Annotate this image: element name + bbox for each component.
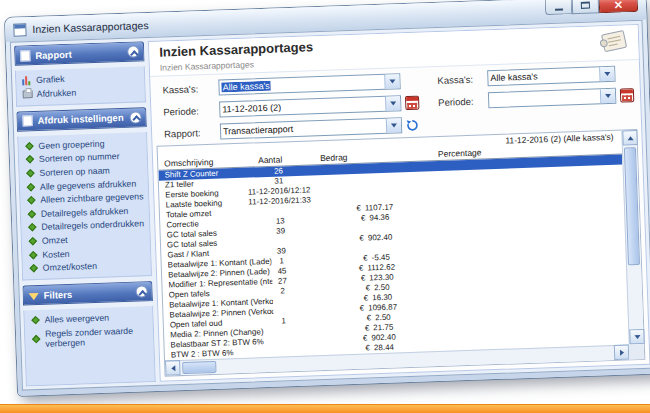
collapse-chevron-icon[interactable] [135,286,147,298]
calendar-icon[interactable] [405,96,419,110]
refresh-icon[interactable] [406,118,419,131]
sidebar-item[interactable]: Geen groepering [24,137,143,151]
minimize-button[interactable] [545,0,573,15]
amount: 123.30 [369,273,394,283]
report-scroll-icon [596,27,631,60]
option-icon [27,183,35,191]
printer-icon [23,90,33,98]
sidebar-item[interactable]: Alles weergeven [30,311,149,325]
arrow-down-icon [634,335,640,339]
rapport-combobox[interactable]: Transactierapport [220,117,402,139]
chevron-down-icon [390,101,396,105]
sidebar-item[interactable]: Alleen zichtbare gegevens [26,191,145,205]
amount: 2.50 [375,313,391,323]
sidebar-item[interactable]: Alle gegevens afdrukken [26,178,145,192]
kassas-right-value: Alle kassa's [488,69,599,83]
scroll-down-button[interactable] [629,329,645,345]
kassas-right-combobox[interactable]: Alle kassa's [487,66,615,86]
bottom-accent-bar [0,404,650,413]
scrollbar-corner [629,344,645,360]
chevron-down-icon [604,72,610,76]
collapse-chevron-icon[interactable] [127,45,139,57]
currency-symbol: € [363,334,368,343]
option-icon [29,251,37,259]
page-title: Inzien Kassarapportages [159,39,313,59]
section-title: Filters [44,286,136,300]
sidebar-section-rapport-header[interactable]: Rapport [14,41,145,66]
periode-right-label: Periode: [438,96,474,108]
sidebar-item-label: Alles weergeven [44,313,109,325]
horizontal-scroll-thumb[interactable] [182,361,216,374]
chevron-down-icon [605,94,611,98]
sidebar-item[interactable]: Detailregels afdrukken [27,205,146,219]
sidebar-item-label: Alle gegevens afdrukken [40,178,137,191]
sidebar-item[interactable]: Grafiek [22,71,141,85]
periode-left-value: 11-12-2016 (2) [220,99,385,115]
collapse-chevron-icon[interactable] [129,111,141,123]
sidebar-item[interactable]: Omzet [28,232,147,246]
sidebar-item[interactable]: Afdrukken [22,85,141,99]
option-icon [26,155,34,163]
amount: 28.44 [374,343,394,353]
amount: 1096.87 [368,302,397,312]
rapport-value: Transactierapport [221,121,386,137]
scroll-right-button[interactable] [614,344,630,360]
calendar-icon[interactable] [620,88,634,102]
sidebar-item[interactable]: Kosten [28,246,147,260]
dropdown-button[interactable] [385,96,400,111]
dropdown-button[interactable] [384,74,399,89]
periode-right-combobox[interactable] [488,88,616,108]
close-button[interactable]: × [599,0,639,13]
kassas-right-label: Kassa's: [437,74,473,86]
report-content: 11-12-2016 (2) (Alle kassa's) Omschrijvi… [158,131,629,361]
chevron-down-icon [389,79,395,83]
sidebar-item[interactable]: Sorteren op naam [25,164,144,178]
sidebar-section-filters-header[interactable]: Filters [22,281,153,306]
periode-right-value [489,96,600,100]
minimize-icon [554,8,562,10]
kassas-left-combobox[interactable]: Alle kassa's [218,73,400,95]
maximize-button[interactable] [572,0,600,14]
rapport-label: Rapport: [164,127,201,139]
scroll-up-button[interactable] [622,130,638,146]
currency-symbol: € [367,313,372,322]
sidebar-item[interactable]: Sorteren op nummer [25,151,144,165]
amount: 1107.17 [365,203,394,213]
dropdown-button[interactable] [599,67,614,82]
sidebar: Rapport Grafiek Afdrukken [14,41,156,386]
vertical-scroll-thumb[interactable] [624,147,640,265]
option-icon [30,264,38,272]
app-window: Inzien Kassarapportages × Rapport Grafie… [5,0,650,396]
maximize-icon [581,2,590,9]
chart-icon [22,75,32,85]
periode-left-combobox[interactable]: 11-12-2016 (2) [219,95,401,117]
sidebar-item[interactable]: Detailregels onderdrukken [27,219,146,233]
option-icon [25,142,33,150]
periode-left-label: Periode: [163,105,199,117]
sidebar-item-label: Sorteren op naam [39,165,110,178]
option-icon [31,316,39,324]
main-panel: Inzien Kassarapportages Inzien Kassarapp… [148,24,650,382]
sidebar-item[interactable]: Regels zonder waarde verbergen [31,325,151,349]
currency-symbol: € [365,323,370,332]
currency-symbol: € [361,214,366,223]
dropdown-button[interactable] [600,89,615,104]
filter-funnel-icon [29,293,39,300]
window-controls: × [545,0,639,15]
amount: -5.45 [372,253,391,263]
amount: 902.40 [371,333,396,343]
sidebar-section-instellingen-header[interactable]: Afdruk instellingen [16,107,147,132]
scroll-left-button[interactable] [165,360,181,376]
sidebar-item-label: Omzet/kosten [43,261,98,273]
amount: 902.40 [368,233,393,243]
currency-symbol: € [364,293,369,302]
app-icon [13,23,26,36]
currency-symbol: € [365,283,370,292]
window-title: Inzien Kassarapportages [32,19,149,35]
dropdown-button[interactable] [386,118,401,133]
sidebar-item[interactable]: Omzet/kosten [29,259,148,273]
amount: 1112.62 [367,263,395,273]
currency-symbol: € [360,304,365,313]
section-title: Afdruk instellingen [37,112,129,126]
arrow-left-icon [171,365,175,371]
